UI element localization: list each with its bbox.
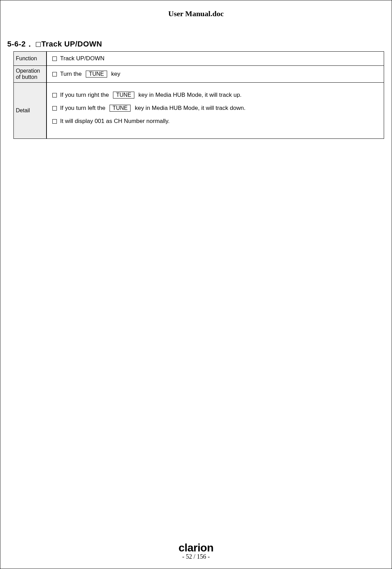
checkbox-icon xyxy=(52,56,57,61)
checkbox-icon xyxy=(52,106,57,111)
row-content-function: Track UP/DOWN xyxy=(47,52,384,66)
section-heading: 5-6-2． Track UP/DOWN xyxy=(7,39,381,49)
function-text: Track UP/DOWN xyxy=(60,55,105,62)
row-label-operation: Operation of button xyxy=(14,66,47,83)
checkbox-icon xyxy=(36,42,41,47)
table-row: Detail If you turn right the TUNE key in… xyxy=(14,83,384,139)
page-number: - 52 / 156 - xyxy=(0,553,392,560)
row-content-detail: If you turn right the TUNE key in Media … xyxy=(47,83,384,139)
table-row: Function Track UP/DOWN xyxy=(14,52,384,66)
row-content-operation: Turn the TUNE key xyxy=(47,66,384,83)
detail-2-text: It will display 001 as CH Number normall… xyxy=(60,118,170,125)
table-row: Operation of button Turn the TUNE key xyxy=(14,66,384,83)
detail-0-pre: If you turn right the xyxy=(60,92,109,99)
checkbox-icon xyxy=(52,119,57,124)
row-label-function: Function xyxy=(14,52,47,66)
detail-1-pre: If you turn left the xyxy=(60,105,105,112)
brand-logo: clarion xyxy=(0,542,392,553)
tune-keycap: TUNE xyxy=(86,71,107,77)
operation-post: key xyxy=(111,71,120,77)
section-number: 5-6-2． xyxy=(7,40,33,48)
checkbox-icon xyxy=(52,72,57,76)
page-frame: User Manual.doc 5-6-2． Track UP/DOWN Fun… xyxy=(0,0,392,569)
document-title: User Manual.doc xyxy=(11,9,381,18)
detail-1-post: key in Media HUB Mode, it will track dow… xyxy=(135,105,245,112)
checkbox-icon xyxy=(52,93,57,97)
operation-pre: Turn the xyxy=(60,71,82,77)
row-label-detail: Detail xyxy=(14,83,47,139)
spec-table: Function Track UP/DOWN Operation of butt… xyxy=(13,51,384,139)
detail-0-post: key in Media HUB Mode, it will track up. xyxy=(138,92,242,99)
tune-keycap: TUNE xyxy=(113,92,134,99)
page-footer: clarion - 52 / 156 - xyxy=(0,542,392,560)
tune-keycap: TUNE xyxy=(110,105,131,112)
section-title: Track UP/DOWN xyxy=(41,40,102,48)
